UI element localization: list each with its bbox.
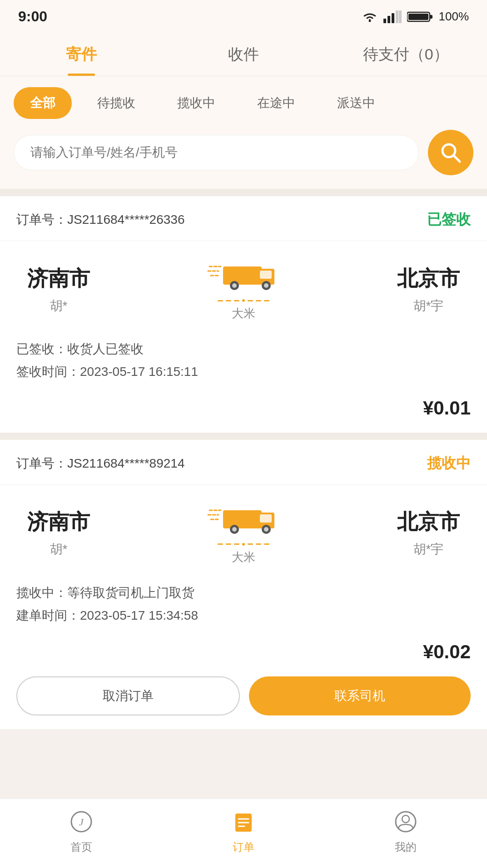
to-person-1: 胡*宇 (397, 297, 460, 315)
tab-pending[interactable]: 待支付（0） (325, 35, 487, 76)
order-number-2: 订单号：JS211684*****89214 (16, 455, 184, 472)
tab-header: 寄件 收件 待支付（0） (0, 30, 487, 76)
search-button[interactable] (428, 130, 473, 175)
to-person-2: 胡*宇 (397, 541, 460, 558)
svg-rect-3 (392, 13, 394, 23)
svg-rect-2 (388, 16, 390, 23)
to-city-2: 北京市 胡*宇 (397, 508, 460, 558)
to-city-1: 北京市 胡*宇 (397, 265, 460, 315)
filter-collecting[interactable]: 揽收中 (161, 87, 232, 119)
svg-rect-24 (223, 510, 262, 528)
status-bar: 9:00 100% (0, 0, 487, 30)
order-status-2: 揽收中 (427, 454, 471, 473)
order-price-row-1: ¥0.01 (0, 397, 487, 433)
info-line2-1: 签收时间：2023-05-17 16:15:11 (16, 360, 471, 383)
order-price-2: ¥0.02 (423, 641, 471, 663)
order-status-1: 已签收 (427, 210, 471, 230)
truck-icon-1 (207, 257, 280, 294)
search-input-wrap[interactable] (14, 135, 419, 170)
signal-icon (383, 10, 402, 23)
shipping-route-1: 济南市 胡* (0, 241, 487, 330)
order-number-1: 订单号：JS211684*****26336 (16, 211, 184, 228)
svg-rect-7 (430, 15, 432, 19)
info-line1-2: 揽收中：等待取货司机上门取货 (16, 582, 471, 604)
svg-rect-5 (399, 10, 402, 23)
svg-point-30 (264, 527, 268, 532)
info-line2-2: 建单时间：2023-05-17 15:34:58 (16, 604, 471, 627)
from-city-1: 济南市 胡* (27, 265, 90, 315)
shipping-route-2: 济南市 胡* 大米 北京市 (0, 485, 487, 574)
status-time: 9:00 (18, 8, 47, 25)
order-info-2: 揽收中：等待取货司机上门取货 建单时间：2023-05-17 15:34:58 (0, 574, 487, 641)
filter-intransit[interactable]: 在途中 (241, 87, 312, 119)
svg-rect-26 (260, 514, 272, 523)
tab-send[interactable]: 寄件 (0, 35, 162, 76)
svg-point-20 (264, 283, 268, 288)
cancel-order-button[interactable]: 取消订单 (16, 676, 240, 715)
goods-label-2: 大米 (90, 549, 397, 565)
route-dashes-1 (90, 299, 397, 302)
battery-percentage: 100% (439, 10, 469, 24)
tab-receive[interactable]: 收件 (162, 35, 324, 76)
from-city-name-2: 济南市 (27, 508, 90, 536)
from-person-1: 胡* (27, 297, 90, 315)
order-price-1: ¥0.01 (423, 397, 471, 419)
from-city-name-1: 济南市 (27, 265, 90, 293)
filter-delivering[interactable]: 派送中 (321, 87, 392, 119)
order-card-2: 订单号：JS211684*****89214 揽收中 济南市 胡* (0, 440, 487, 729)
order-info-1: 已签收：收货人已签收 签收时间：2023-05-17 16:15:11 (0, 330, 487, 397)
svg-text:J: J (79, 816, 84, 828)
home-icon: J (70, 810, 93, 833)
nav-mine-label: 我的 (395, 840, 417, 854)
to-city-name-2: 北京市 (397, 508, 460, 536)
filter-bar: 全部 待揽收 揽收中 在途中 派送中 (0, 76, 487, 130)
filter-all[interactable]: 全部 (14, 87, 72, 119)
wifi-icon (362, 10, 378, 23)
search-icon (440, 142, 462, 163)
goods-label-1: 大米 (90, 306, 397, 321)
route-dashes-2 (90, 543, 397, 546)
info-line1-1: 已签收：收货人已签收 (16, 338, 471, 360)
orders-nav-icon (230, 808, 257, 835)
search-input[interactable] (30, 145, 402, 160)
to-city-name-1: 北京市 (397, 265, 460, 293)
order-header-2: 订单号：JS211684*****89214 揽收中 (0, 440, 487, 485)
nav-orders-label: 订单 (233, 840, 254, 854)
mine-icon (394, 810, 417, 833)
truck-area-2: 大米 (90, 501, 397, 565)
svg-rect-1 (383, 19, 386, 23)
search-bar (0, 130, 487, 189)
truck-area-1: 大米 (90, 257, 397, 321)
battery-icon (407, 10, 433, 23)
svg-point-28 (232, 527, 237, 532)
svg-rect-8 (408, 14, 428, 20)
truck-icon-2 (207, 501, 280, 538)
from-person-2: 胡* (27, 541, 90, 558)
orders-icon (232, 810, 255, 833)
contact-driver-button[interactable]: 联系司机 (249, 676, 471, 715)
home-nav-icon: J (68, 808, 95, 835)
svg-rect-4 (396, 10, 398, 23)
svg-rect-14 (223, 266, 262, 285)
order-header-1: 订单号：JS211684*****26336 已签收 (0, 196, 487, 241)
order-actions-2: 取消订单 联系司机 (0, 676, 487, 729)
status-icons: 100% (362, 10, 469, 24)
order-price-row-2: ¥0.02 (0, 641, 487, 676)
nav-mine[interactable]: 我的 (325, 808, 487, 854)
order-card-1: 订单号：JS211684*****26336 已签收 济南市 胡* (0, 196, 487, 433)
svg-rect-16 (260, 271, 272, 279)
svg-point-0 (368, 20, 371, 22)
section-divider-top (0, 189, 487, 196)
nav-home-label: 首页 (70, 840, 92, 854)
svg-point-18 (232, 283, 237, 288)
filter-waiting[interactable]: 待揽收 (81, 87, 152, 119)
svg-point-38 (402, 815, 409, 823)
card-separator (0, 433, 487, 440)
mine-nav-icon (392, 808, 419, 835)
from-city-2: 济南市 胡* (27, 508, 90, 558)
nav-spacer (0, 729, 487, 802)
bottom-nav: J 首页 订单 我的 (0, 799, 487, 868)
svg-line-10 (454, 156, 460, 162)
nav-orders[interactable]: 订单 (162, 808, 324, 854)
nav-home[interactable]: J 首页 (0, 808, 162, 854)
